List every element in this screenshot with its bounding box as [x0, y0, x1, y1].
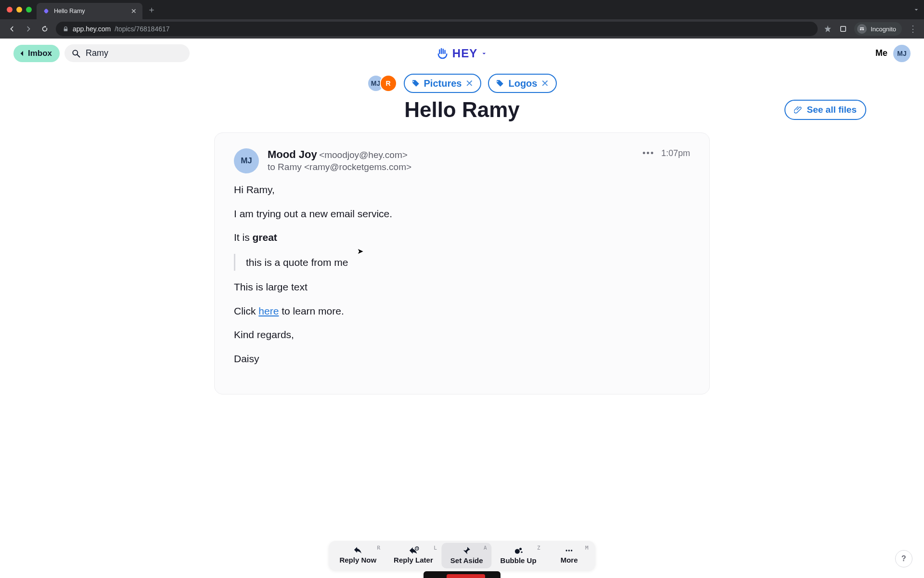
- chevron-left-icon: [18, 50, 26, 57]
- hey-logo-text: HEY: [452, 47, 477, 60]
- action-more[interactable]: M More: [545, 543, 593, 568]
- reply-icon: [353, 546, 363, 555]
- svg-point-2: [862, 28, 864, 30]
- remove-tag-icon[interactable]: ✕: [465, 78, 474, 89]
- me-avatar[interactable]: MJ: [893, 45, 911, 62]
- bubble-up-icon: [513, 546, 524, 555]
- body-p2: It is great: [234, 230, 690, 245]
- to-line: to Ramy <ramy@rocketgems.com>: [268, 162, 411, 172]
- sender-avatar[interactable]: MJ: [234, 148, 259, 173]
- svg-line-5: [77, 54, 80, 57]
- hey-hand-icon: [436, 46, 450, 61]
- action-label: More: [561, 556, 578, 564]
- browser-chrome: Hello Ramy ✕ ＋ app.hey.com/topics/768184…: [0, 0, 924, 39]
- imbox-label: Imbox: [28, 49, 52, 58]
- action-key: A: [484, 545, 487, 551]
- action-key: R: [377, 545, 380, 551]
- action-label: Reply Later: [394, 556, 433, 564]
- tag-label: Logos: [508, 78, 537, 89]
- tag-chip-logos[interactable]: Logos ✕: [488, 74, 557, 93]
- forward-button[interactable]: [23, 24, 34, 34]
- thread-header: MJ R Pictures ✕ Logos ✕ Hello Ramy: [0, 66, 924, 126]
- action-key: M: [585, 545, 589, 551]
- action-label: Reply Now: [339, 556, 376, 564]
- pin-icon: [462, 546, 472, 555]
- paperclip-icon: [794, 105, 803, 114]
- action-label: Bubble Up: [500, 556, 537, 565]
- me-link[interactable]: Me: [875, 48, 887, 58]
- url-path: /topics/768184617: [115, 25, 169, 33]
- incognito-icon: [857, 24, 867, 34]
- chevron-down-icon: [480, 50, 488, 57]
- tag-icon: [411, 79, 420, 88]
- svg-point-7: [515, 549, 520, 554]
- from-email: <moodjoy@hey.com>: [319, 150, 408, 160]
- svg-point-10: [566, 550, 567, 551]
- tab-title: Hello Ramy: [54, 8, 127, 14]
- maximize-window-button[interactable]: [26, 7, 32, 13]
- body-p1: I am trying out a new email service.: [234, 206, 690, 222]
- message-time: 1:07pm: [661, 148, 690, 158]
- reload-button[interactable]: [39, 24, 50, 34]
- lock-icon: [63, 26, 69, 32]
- help-button[interactable]: ?: [895, 550, 912, 567]
- new-tab-button[interactable]: ＋: [142, 4, 161, 15]
- attachment-preview[interactable]: [424, 571, 500, 578]
- participant-avatar: R: [380, 75, 397, 92]
- window-controls: [4, 7, 37, 13]
- browser-tab[interactable]: Hello Ramy ✕: [37, 3, 142, 19]
- svg-rect-3: [860, 27, 864, 28]
- svg-point-4: [73, 50, 77, 55]
- incognito-label: Incognito: [871, 26, 896, 33]
- see-all-files-label: See all files: [807, 105, 857, 115]
- message-body: Hi Ramy, I am trying out a new email ser…: [234, 182, 690, 366]
- svg-point-11: [568, 550, 570, 551]
- minimize-window-button[interactable]: [16, 7, 22, 13]
- action-bubble-up[interactable]: Z Bubble Up: [492, 543, 545, 568]
- close-window-button[interactable]: [7, 7, 13, 13]
- tabs-menu-icon[interactable]: [912, 6, 920, 13]
- action-set-aside[interactable]: A Set Aside: [442, 543, 492, 568]
- action-reply-later[interactable]: L Reply Later: [385, 543, 442, 568]
- participant-avatars[interactable]: MJ R: [367, 75, 397, 92]
- message-card: MJ Mood Joy <moodjoy@hey.com> to Ramy <r…: [214, 132, 710, 394]
- browser-menu-icon[interactable]: ⋮: [909, 24, 917, 34]
- action-reply-now[interactable]: R Reply Now: [331, 543, 385, 568]
- body-link[interactable]: here: [258, 305, 279, 316]
- action-label: Set Aside: [450, 556, 483, 565]
- incognito-badge[interactable]: Incognito: [854, 22, 902, 36]
- tag-label: Pictures: [424, 78, 462, 89]
- bookmark-icon[interactable]: [823, 25, 832, 33]
- see-all-files-button[interactable]: See all files: [784, 100, 866, 120]
- imbox-back-button[interactable]: Imbox: [13, 45, 60, 62]
- url-host: app.hey.com: [73, 25, 111, 33]
- action-key: L: [434, 545, 437, 551]
- svg-point-8: [519, 548, 522, 550]
- body-greeting: Hi Ramy,: [234, 182, 690, 197]
- svg-rect-0: [841, 26, 846, 32]
- svg-point-1: [860, 28, 862, 30]
- body-p3: This is large text: [234, 279, 690, 295]
- body-quote: this is a quote from me: [234, 254, 690, 271]
- favicon-icon: [42, 7, 50, 15]
- remove-tag-icon[interactable]: ✕: [541, 78, 549, 89]
- body-p4: Click here to learn more.: [234, 303, 690, 319]
- close-tab-icon[interactable]: ✕: [131, 7, 137, 15]
- body-closing: Kind regards,: [234, 327, 690, 342]
- svg-point-9: [521, 552, 522, 553]
- browser-toolbar: app.hey.com/topics/768184617 Incognito ⋮: [0, 19, 924, 39]
- tag-chip-pictures[interactable]: Pictures ✕: [404, 74, 482, 93]
- hey-menu-button[interactable]: HEY: [436, 46, 488, 61]
- message-menu-icon[interactable]: •••: [642, 148, 654, 158]
- body-signature: Daisy: [234, 351, 690, 367]
- search-value: Ramy: [86, 48, 108, 58]
- action-bar: R Reply Now L Reply Later A Set Aside Z: [329, 541, 595, 570]
- address-bar[interactable]: app.hey.com/topics/768184617: [56, 22, 818, 36]
- app-header: Imbox Ramy HEY Me MJ: [0, 39, 924, 66]
- from-name: Mood Joy: [268, 148, 317, 160]
- more-icon: [564, 546, 575, 555]
- extensions-icon[interactable]: [839, 25, 847, 33]
- search-input[interactable]: Ramy: [64, 44, 190, 62]
- back-button[interactable]: [7, 24, 17, 34]
- search-icon: [71, 49, 81, 58]
